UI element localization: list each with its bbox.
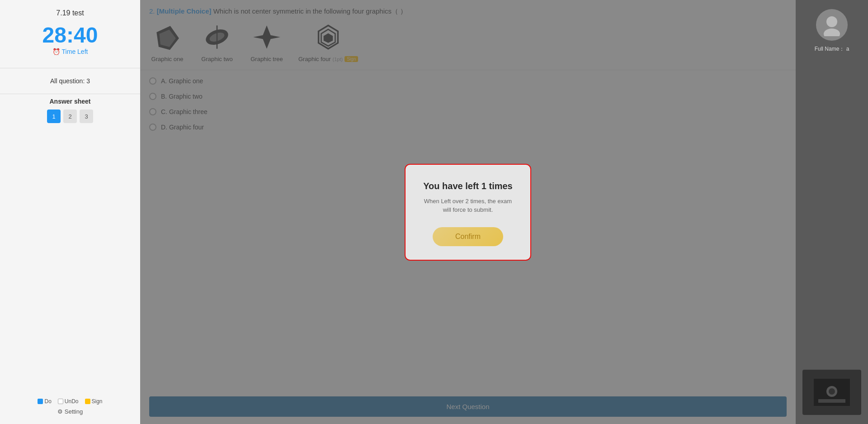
all-question: All question: 3 [50,77,90,85]
main-container: 7.19 test 28:40 ⏰ Time Left All question… [0,0,868,424]
time-left-label: ⏰ Time Left [52,48,88,55]
divider-1 [0,68,140,68]
sign-dot [85,399,90,404]
legend-row: Do UnDo Sign [38,398,102,405]
svg-point-10 [829,388,835,395]
answer-num-1[interactable]: 1 [47,110,61,123]
avatar [816,9,848,41]
svg-point-6 [826,16,837,27]
modal-description: When Left over 2 times, the exam will fo… [419,197,517,214]
legend-undo: UnDo [58,398,79,405]
answer-sheet-label: Answer sheet [49,98,90,105]
setting-button[interactable]: ⚙ Setting [57,408,83,415]
divider-2 [0,94,140,94]
legend-sign: Sign [85,398,103,405]
answer-num-3[interactable]: 3 [80,110,93,123]
camera-preview [802,370,861,415]
gear-icon: ⚙ [57,408,63,415]
sidebar: 7.19 test 28:40 ⏰ Time Left All question… [0,0,140,424]
svg-rect-11 [818,399,845,403]
modal-title: You have left 1 times [419,181,517,191]
full-name-row: Full Name： a [815,45,849,53]
full-name-label: Full Name： [815,46,845,52]
test-title: 7.19 test [56,9,84,17]
content-area: 2. [Multiple Choice] Which is not center… [140,0,796,424]
sidebar-footer: Do UnDo Sign ⚙ Setting [38,398,102,424]
confirm-button[interactable]: Confirm [433,227,503,246]
camera-preview-icon [814,379,850,406]
legend-do: Do [38,398,51,405]
timer-display: 28:40 [42,24,98,46]
warning-modal: You have left 1 times When Left over 2 t… [405,164,531,261]
avatar-icon [821,14,843,36]
clock-icon: ⏰ [52,48,60,55]
answer-num-2[interactable]: 2 [63,110,77,123]
answer-numbers: 1 2 3 [47,110,93,123]
modal-overlay: You have left 1 times When Left over 2 t… [140,0,796,424]
right-panel: Full Name： a [796,0,868,424]
full-name-value: a [846,46,849,52]
undo-dot [58,399,63,404]
do-dot [38,399,43,404]
svg-point-7 [824,29,840,36]
